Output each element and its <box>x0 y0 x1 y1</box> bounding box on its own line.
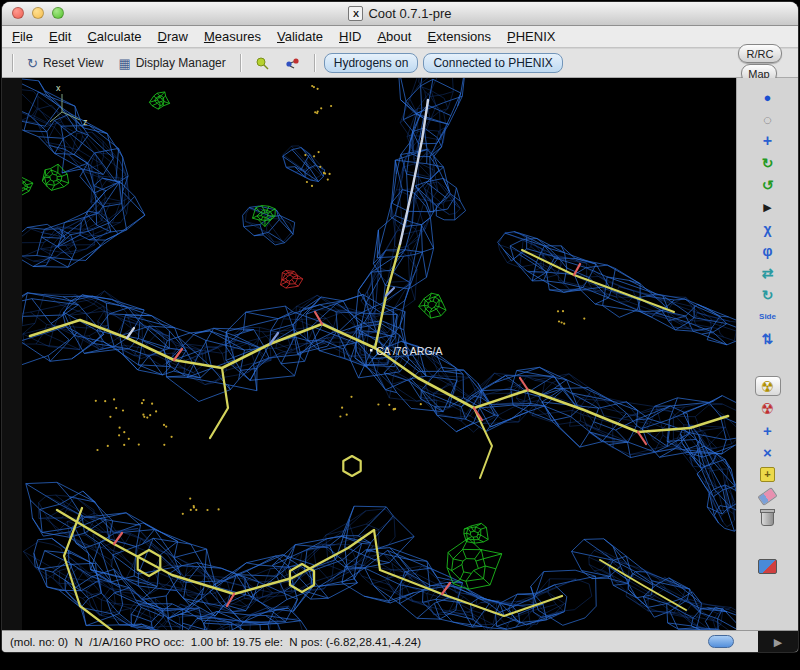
coot-window: X Coot 0.7.1-pre File Edit Calculate Dra… <box>2 2 798 652</box>
refine-icon[interactable]: ☢ <box>755 376 781 396</box>
eraser-shape <box>757 487 777 506</box>
right-toolbar: ● ◌ + ↻ ↺ ▶ χ φ ⇄ ↻ Side ⇅ ☢ ☢ + × + <box>736 78 798 630</box>
display-manager-icon: ▦ <box>118 56 130 71</box>
reset-view-label: Reset View <box>43 56 103 70</box>
menubar: File Edit Calculate Draw Measures Valida… <box>2 26 798 48</box>
status-text: (mol. no: 0) N /1/A/160 PRO occ: 1.00 bf… <box>10 636 421 648</box>
add-terminal-residue-icon[interactable]: + <box>755 464 781 484</box>
flip-peptide-icon[interactable]: ⇄ <box>755 263 781 283</box>
hydrogens-toggle[interactable]: Hydrogens on <box>324 53 419 73</box>
menu-validate[interactable]: Validate <box>277 29 323 44</box>
axis-x-label: x <box>56 83 61 93</box>
main-toolbar: ↻ Reset View ▦ Display Manager Hydrogens… <box>2 49 798 78</box>
scroll-thumb[interactable] <box>708 635 734 648</box>
statusbar: (mol. no: 0) N /1/A/160 PRO occ: 1.00 bf… <box>2 630 798 652</box>
toolbar-separator <box>240 54 241 72</box>
dashed-circle-icon[interactable]: ◌ <box>755 109 781 129</box>
axis-z-label: z <box>83 117 88 127</box>
eraser-icon[interactable] <box>755 486 781 506</box>
mutate-icon[interactable]: ⇅ <box>755 329 781 349</box>
window-controls <box>12 7 64 19</box>
ca-atom-marker[interactable] <box>370 349 373 352</box>
menu-extensions[interactable]: Extensions <box>427 29 491 44</box>
menu-edit[interactable]: Edit <box>49 29 71 44</box>
menu-draw[interactable]: Draw <box>158 29 188 44</box>
trash-shape <box>761 511 774 526</box>
rigid-body-fit-icon[interactable]: × <box>755 442 781 462</box>
rotate-translate-icon[interactable]: ↻ <box>755 153 781 173</box>
statusbar-corner: ▶ <box>758 631 798 652</box>
trash-icon[interactable] <box>755 508 781 528</box>
menu-about[interactable]: About <box>377 29 411 44</box>
menu-file[interactable]: File <box>12 29 33 44</box>
resize-grip-icon[interactable]: ▶ <box>774 636 782 649</box>
x11-icon: X <box>348 6 363 21</box>
window-title-text: Coot 0.7.1-pre <box>368 6 451 21</box>
edit-chi-angles-icon[interactable]: φ <box>755 241 781 261</box>
auto-fit-rotamer-icon[interactable]: ↺ <box>755 175 781 195</box>
fixed-atoms-icon[interactable]: + <box>755 420 781 440</box>
sphere-icon[interactable]: ● <box>755 87 781 107</box>
phenix-connection-toggle[interactable]: Connected to PHENIX <box>423 53 562 73</box>
regularize-icon[interactable]: ☢ <box>755 398 781 418</box>
goto-ligand-button[interactable] <box>280 54 305 73</box>
window-title: X Coot 0.7.1-pre <box>348 6 451 21</box>
graphics-canvas[interactable]: x z CA /76 ARG/A <box>22 78 736 630</box>
menu-hid[interactable]: HID <box>339 29 361 44</box>
left-gutter <box>2 78 22 630</box>
close-button[interactable] <box>12 7 24 19</box>
toolbar-handle <box>12 54 13 72</box>
side-chain-flip-icon[interactable]: Side <box>755 307 781 327</box>
cycle-conformer-icon[interactable]: ↻ <box>755 285 781 305</box>
goto-atom-icon <box>255 56 270 71</box>
display-manager-label: Display Manager <box>136 56 226 70</box>
menu-phenix[interactable]: PHENIX <box>507 29 555 44</box>
reset-view-button[interactable]: ↻ Reset View <box>22 54 108 73</box>
menu-measures[interactable]: Measures <box>204 29 261 44</box>
rotamers-icon[interactable]: χ <box>755 219 781 239</box>
reset-view-icon: ↻ <box>27 56 38 71</box>
menu-calculate[interactable]: Calculate <box>87 29 141 44</box>
titlebar: X Coot 0.7.1-pre <box>2 2 798 26</box>
toolbar-separator <box>314 54 315 72</box>
atom-label: CA /76 ARG/A <box>376 345 443 357</box>
plus-box-glyph: + <box>760 467 775 482</box>
play-icon[interactable]: ▶ <box>755 197 781 217</box>
rrc-button[interactable]: R/RC <box>738 44 782 63</box>
minimize-button[interactable] <box>32 7 44 19</box>
goto-atom-button[interactable] <box>250 54 275 73</box>
picture-icon[interactable] <box>755 530 781 550</box>
display-manager-button[interactable]: ▦ Display Manager <box>113 54 230 73</box>
picture-shape <box>758 559 777 574</box>
translate-zone-icon[interactable]: + <box>755 131 781 151</box>
zoom-button[interactable] <box>52 7 64 19</box>
goto-ligand-icon <box>285 56 300 71</box>
